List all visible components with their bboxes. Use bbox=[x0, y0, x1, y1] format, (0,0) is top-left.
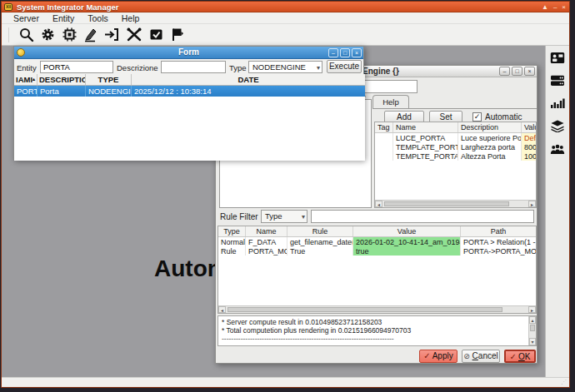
col-iami[interactable]: IAMI▴ bbox=[14, 74, 38, 85]
scroll-thumb[interactable] bbox=[384, 201, 509, 206]
col-name[interactable]: Name bbox=[393, 122, 458, 132]
col-path[interactable]: Path bbox=[461, 226, 536, 236]
chevron-down-icon: ▾ bbox=[302, 211, 305, 223]
layers-icon[interactable] bbox=[550, 120, 565, 136]
flag-icon[interactable] bbox=[170, 27, 184, 42]
menu-server[interactable]: Server bbox=[7, 13, 46, 23]
sort-asc-icon: ▴ bbox=[32, 77, 35, 82]
close-icon[interactable]: × bbox=[524, 67, 535, 76]
tag-row[interactable]: LUCE_PORTA Luce superiore Porta Defa bbox=[375, 133, 536, 142]
login-arrow-icon[interactable] bbox=[103, 27, 120, 42]
scroll-right-icon[interactable]: ▸ bbox=[528, 201, 536, 207]
col-tag[interactable]: Tag bbox=[375, 122, 393, 132]
tag-row[interactable]: TEMPLATE_PORTA_L Larghezza porta 800 bbox=[375, 142, 536, 151]
type-dropdown-value: NODEENGINE bbox=[252, 62, 306, 72]
tools-icon[interactable] bbox=[126, 27, 142, 42]
entity-label: Entity bbox=[17, 63, 37, 72]
menu-help[interactable]: Help bbox=[115, 13, 147, 23]
cell-rule: True bbox=[288, 246, 353, 256]
form-result-table[interactable]: IAMI▴ DESCRIPTION TYPE DATE PORTA Porta … bbox=[14, 74, 365, 161]
scroll-thumb[interactable] bbox=[228, 307, 502, 312]
tag-row[interactable]: TEMPLTE_PORTA_H Altezza Porta 100 bbox=[375, 151, 536, 161]
servers-icon[interactable] bbox=[550, 75, 565, 90]
cell-description: Larghezza porta bbox=[458, 142, 522, 151]
menu-tools[interactable]: Tools bbox=[81, 13, 115, 23]
resize-grip[interactable]: ⋰ bbox=[561, 379, 567, 385]
log-panel[interactable]: * Server compute result in 0.01049852371… bbox=[218, 315, 537, 346]
rule-filter-input[interactable] bbox=[311, 210, 534, 223]
type-dropdown[interactable]: NODEENGINE ▾ bbox=[248, 61, 322, 73]
scroll-left-icon[interactable]: ◂ bbox=[218, 306, 226, 313]
prohibit-icon: ⊘ bbox=[463, 352, 470, 360]
form-titlebar[interactable]: Form – □ × bbox=[14, 47, 363, 59]
cell-rule: get_filename_date() bbox=[288, 237, 353, 246]
main-titlebar[interactable]: XII System Integrator Manager ▲ – × bbox=[2, 2, 569, 12]
scroll-right-icon[interactable]: ▸ bbox=[528, 306, 536, 313]
scroll-down-icon[interactable]: ▾ bbox=[529, 338, 536, 345]
minimize-icon[interactable]: – bbox=[328, 48, 338, 57]
rule-row[interactable]: Normal F_DATA get_filename_date() 2026-0… bbox=[218, 237, 536, 246]
scroll-thumb[interactable] bbox=[530, 325, 535, 331]
toolbar bbox=[2, 24, 569, 46]
right-sidebar bbox=[545, 46, 569, 377]
maximize-icon[interactable]: □ bbox=[512, 67, 522, 76]
cell-name: TEMPLATE_PORTA_L bbox=[393, 142, 458, 151]
descrizione-input[interactable] bbox=[161, 61, 226, 73]
engine-top-input[interactable] bbox=[363, 80, 418, 93]
scroll-up-icon[interactable]: ▴ bbox=[529, 316, 536, 324]
maximize-icon[interactable]: □ bbox=[340, 48, 350, 57]
col-date[interactable]: DATE bbox=[132, 74, 365, 85]
automatic-update-checkbox[interactable]: ✓ bbox=[472, 112, 482, 122]
rules-table[interactable]: Type Name Rule Value Path Normal F_DATA … bbox=[218, 226, 537, 314]
chevron-down-icon: ▾ bbox=[317, 62, 320, 73]
col-type[interactable]: TYPE bbox=[86, 74, 132, 85]
cell-value: 2026-01-02_10-41-14_am_019480 bbox=[353, 237, 461, 246]
check-icon: ✓ bbox=[510, 352, 517, 361]
col-name[interactable]: Name bbox=[246, 226, 288, 236]
cell-description: Luce superiore Porta bbox=[458, 133, 522, 142]
col-value[interactable]: Value bbox=[522, 122, 536, 132]
rule-row[interactable]: Rule PORTA_MOjH True true PORTA->PORTA_M… bbox=[218, 246, 536, 256]
menu-entity[interactable]: Entity bbox=[46, 13, 81, 23]
sign-document-icon[interactable] bbox=[83, 27, 98, 42]
minimize-icon[interactable]: – bbox=[553, 2, 557, 12]
col-type[interactable]: Type bbox=[218, 226, 246, 236]
rules-table-hscrollbar[interactable]: ◂ ▸ bbox=[218, 305, 536, 313]
approved-task-icon[interactable] bbox=[148, 27, 164, 42]
form-table-header: IAMI▴ DESCRIPTION TYPE DATE bbox=[14, 74, 365, 86]
toolbar-separator bbox=[8, 27, 9, 42]
minimize-icon[interactable]: – bbox=[499, 67, 510, 76]
col-rule[interactable]: Rule bbox=[288, 226, 353, 236]
chip-icon[interactable] bbox=[62, 27, 78, 42]
scroll-left-icon[interactable]: ◂ bbox=[375, 201, 382, 207]
close-icon[interactable]: × bbox=[562, 2, 566, 12]
tag-table-hscrollbar[interactable]: ◂ ▸ bbox=[375, 200, 536, 207]
tag-table[interactable]: Tag Name Description Value LUCE_PORTA Lu… bbox=[374, 122, 537, 208]
settings-gear-icon[interactable] bbox=[40, 27, 56, 42]
close-icon[interactable]: × bbox=[352, 48, 362, 57]
maximize-icon[interactable]: ▲ bbox=[542, 2, 548, 12]
cell-tag bbox=[375, 133, 393, 142]
form-dialog: Form – □ × Entity Descrizione Type NODEE… bbox=[13, 46, 364, 160]
people-icon[interactable] bbox=[550, 143, 565, 158]
apply-button[interactable]: ✓Apply bbox=[419, 350, 458, 363]
col-description[interactable]: Description bbox=[458, 122, 522, 132]
search-icon[interactable] bbox=[18, 27, 34, 42]
entity-input[interactable] bbox=[40, 61, 113, 73]
tab-help[interactable]: Help bbox=[372, 95, 409, 109]
id-card-icon[interactable] bbox=[550, 52, 565, 67]
cancel-button[interactable]: ⊘ Cancel bbox=[462, 350, 500, 363]
apply-label: Apply bbox=[432, 351, 453, 360]
log-line: * Total computetion plus rendering in 0.… bbox=[222, 326, 532, 335]
selected-result-row[interactable]: PORTA Porta NODEENGINE 2025/12/12 : 10:3… bbox=[14, 86, 365, 97]
rule-filter-type-value: Type bbox=[265, 211, 282, 221]
ok-button[interactable]: ✓OK bbox=[504, 350, 536, 363]
bar-chart-icon[interactable] bbox=[550, 97, 565, 112]
rule-filter-label: Rule Filter bbox=[220, 212, 258, 221]
col-value[interactable]: Value bbox=[353, 226, 461, 236]
execute-button[interactable]: Execute bbox=[327, 60, 362, 73]
log-vscrollbar[interactable]: ▴ ▾ bbox=[528, 316, 536, 345]
log-line: ----------------------------------------… bbox=[222, 335, 532, 343]
rule-filter-type-dropdown[interactable]: Type ▾ bbox=[261, 210, 308, 223]
col-description[interactable]: DESCRIPTION bbox=[38, 74, 86, 85]
